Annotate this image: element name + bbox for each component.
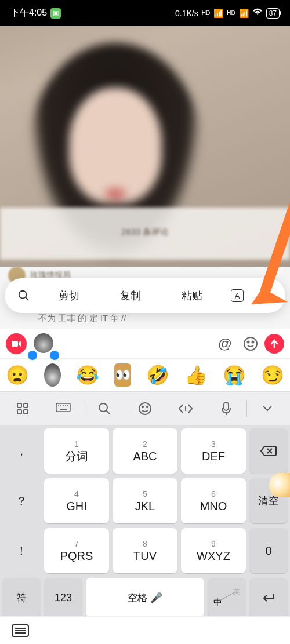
svg-point-21 <box>147 406 148 407</box>
app-badge-icon: ▣ <box>50 8 61 19</box>
svg-point-12 <box>60 405 61 406</box>
svg-rect-8 <box>17 410 21 414</box>
key-exclaim[interactable]: ！ <box>2 528 41 573</box>
battery-indicator: 87 <box>266 8 280 19</box>
keyboard-toolbar <box>0 391 290 425</box>
svg-point-11 <box>58 405 59 406</box>
key-6[interactable]: 6MNO <box>181 478 246 523</box>
signal-icon-1: 📶 <box>213 9 223 18</box>
svg-point-17 <box>99 403 107 412</box>
font-icon[interactable]: A <box>223 282 252 310</box>
video-record-button[interactable] <box>6 333 27 354</box>
svg-point-14 <box>65 405 66 406</box>
keyboard-collapse-icon[interactable] <box>12 624 29 637</box>
mention-icon[interactable]: @ <box>213 332 237 355</box>
emoji-cry-laugh[interactable]: 😂 <box>76 363 99 387</box>
svg-point-20 <box>142 406 143 407</box>
key-1[interactable]: 1分词 <box>44 428 109 474</box>
search-icon[interactable] <box>9 282 38 310</box>
svg-rect-10 <box>56 403 70 412</box>
svg-rect-2 <box>12 341 18 347</box>
network-speed: 0.1K/s <box>175 9 198 18</box>
kb-search-icon[interactable] <box>84 402 125 416</box>
key-backspace[interactable] <box>249 428 288 474</box>
status-bar: 下午4:05 ▣ 0.1K/s HD 📶 HD 📶 87 <box>0 0 290 26</box>
svg-line-18 <box>106 410 110 414</box>
selected-emoji-input[interactable] <box>29 333 58 354</box>
kb-code-icon[interactable] <box>165 403 206 414</box>
key-123[interactable]: 123 <box>44 578 82 617</box>
comment-input-section: @ 😦 😂 👀 🤣 👍 😭 😏 <box>0 329 290 391</box>
kb-chevron-down-icon[interactable] <box>247 405 288 412</box>
svg-rect-6 <box>17 403 21 407</box>
kb-keyboard-icon[interactable] <box>43 403 84 414</box>
key-2[interactable]: 2ABC <box>113 428 177 474</box>
svg-line-1 <box>26 297 29 301</box>
emoji-peek[interactable]: 👀 <box>114 363 131 387</box>
mascot-decoration <box>269 473 290 497</box>
emoji-smirk[interactable]: 😏 <box>261 363 284 387</box>
cut-button[interactable]: 剪切 <box>38 282 100 310</box>
comment-count: 2833 条评论 <box>121 227 169 238</box>
key-enter[interactable] <box>249 578 288 617</box>
send-button[interactable] <box>264 334 284 354</box>
svg-rect-9 <box>24 410 28 414</box>
video-preview[interactable]: 2833 条评论 <box>0 26 290 267</box>
key-3[interactable]: 3DEF <box>181 428 246 474</box>
svg-rect-16 <box>60 409 67 410</box>
kb-emoji-icon[interactable] <box>125 402 165 416</box>
copy-button[interactable]: 复制 <box>100 282 161 310</box>
emoji-rofl[interactable]: 🤣 <box>146 363 169 387</box>
key-4[interactable]: 4GHI <box>44 478 109 523</box>
status-time: 下午4:05 <box>10 7 47 19</box>
key-symbol[interactable]: 符 <box>2 578 41 617</box>
paste-button[interactable]: 粘贴 <box>161 282 223 310</box>
key-language[interactable]: 英 中 <box>208 578 246 617</box>
truncated-text: 不为 工非 的 定 IT 争 // <box>38 313 126 324</box>
emoji-suggestions: 😦 😂 👀 🤣 👍 😭 😏 <box>0 359 290 391</box>
key-8[interactable]: 8TUV <box>113 528 177 573</box>
selection-handle-right[interactable] <box>50 351 59 360</box>
key-7[interactable]: 7PQRS <box>44 528 109 573</box>
emoji-thumbs-up[interactable]: 👍 <box>184 363 208 387</box>
svg-rect-22 <box>224 402 229 410</box>
hd-indicator: HD <box>202 10 210 16</box>
key-space[interactable]: 空格 🎤 <box>86 578 204 617</box>
text-selection-toolbar: 剪切 复制 粘贴 A <box>5 278 285 313</box>
hd-indicator-2: HD <box>227 10 235 16</box>
svg-point-5 <box>252 341 254 343</box>
selection-handle-left[interactable] <box>28 351 37 360</box>
key-question[interactable]: ？ <box>2 478 41 523</box>
svg-point-4 <box>248 341 249 343</box>
svg-point-19 <box>139 403 151 414</box>
key-9[interactable]: 9WXYZ <box>181 528 246 573</box>
key-comma[interactable]: ， <box>2 428 41 474</box>
emoji-picker-icon[interactable] <box>239 332 262 355</box>
wifi-icon <box>252 8 263 18</box>
bottom-nav <box>0 616 290 644</box>
key-zero[interactable]: 0 <box>249 528 288 573</box>
kb-mic-icon[interactable] <box>206 401 246 416</box>
share-icon[interactable] <box>252 282 281 310</box>
svg-rect-7 <box>24 403 28 407</box>
svg-point-15 <box>67 405 68 406</box>
emoji-surprised[interactable]: 😦 <box>6 363 29 387</box>
svg-point-0 <box>19 291 27 299</box>
kb-grid-icon[interactable] <box>2 402 43 416</box>
keyboard: ， 1分词 2ABC 3DEF ？ 4GHI 5JKL 6MNO 清空 ！ 7P… <box>0 425 290 644</box>
emoji-crying[interactable]: 😭 <box>223 363 246 387</box>
emoji-husky[interactable] <box>44 363 61 387</box>
svg-point-3 <box>244 337 257 350</box>
key-5[interactable]: 5JKL <box>113 478 177 523</box>
svg-point-13 <box>63 405 64 406</box>
signal-icon-2: 📶 <box>239 9 249 18</box>
